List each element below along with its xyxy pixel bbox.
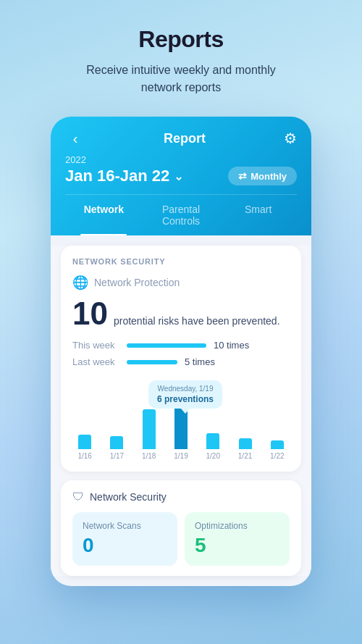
network-scans-val: 0 — [83, 534, 167, 557]
swap-icon: ⇄ — [238, 170, 247, 182]
card-header: ‹ Report ⚙ 2022 Jan 16-Jan 22 ⌄ ⇄ Monthl… — [51, 117, 311, 235]
bar-label-1/22: 1/22 — [270, 452, 284, 460]
net-sec-label: Network Security — [90, 491, 167, 503]
settings-icon[interactable]: ⚙ — [284, 130, 297, 147]
this-week-bar — [127, 343, 206, 348]
bar-1/22 — [271, 440, 284, 449]
net-sec-row: 🛡 Network Security — [72, 490, 290, 503]
tab-smart[interactable]: Smart — [219, 195, 297, 235]
bar-1/20 — [206, 433, 219, 449]
network-scans-label: Network Scans — [83, 521, 167, 531]
shield-icon: 🛡 — [72, 490, 84, 503]
tooltip-val: 6 preventions — [157, 394, 214, 404]
phone-card: ‹ Report ⚙ 2022 Jan 16-Jan 22 ⌄ ⇄ Monthl… — [51, 117, 311, 586]
bar-col-1/18: 1/18 — [137, 409, 161, 460]
chart-tooltip: Wednesday, 1/19 6 preventions — [148, 380, 222, 409]
optimizations-box: Optimizations 5 — [185, 512, 290, 566]
back-button[interactable]: ‹ — [65, 130, 85, 147]
bar-label-1/20: 1/20 — [206, 452, 220, 460]
optimizations-label: Optimizations — [195, 521, 279, 531]
network-security-card: NETWORK SECURITY 🌐 Network Protection 10… — [61, 246, 301, 472]
tooltip-date: Wednesday, 1/19 — [157, 385, 214, 393]
risk-text: protential risks have been prevented. — [114, 315, 280, 327]
tooltip-arrow-icon — [180, 408, 190, 414]
date-range-row: Jan 16-Jan 22 ⌄ ⇄ Monthly — [65, 167, 297, 185]
last-week-bar — [127, 360, 177, 364]
date-range[interactable]: Jan 16-Jan 22 ⌄ — [65, 167, 183, 185]
bar-col-1/22: 1/22 — [265, 440, 290, 460]
stats-row: Network Scans 0 Optimizations 5 — [72, 512, 290, 566]
chevron-down-icon: ⌄ — [174, 170, 183, 183]
risk-number: 10 — [72, 298, 108, 330]
date-range-text: Jan 16-Jan 22 — [65, 167, 169, 185]
network-security-bottom-card: 🛡 Network Security Network Scans 0 Optim… — [61, 480, 301, 576]
section-label: NETWORK SECURITY — [72, 257, 290, 266]
bar-col-1/21: 1/21 — [232, 438, 257, 460]
year-label: 2022 — [65, 154, 297, 165]
network-protection-label: Network Protection — [94, 277, 180, 288]
bar-label-1/17: 1/17 — [110, 452, 124, 460]
risk-stat-row: 10 protential risks have been prevented. — [72, 298, 290, 330]
page-title: Reports — [138, 26, 223, 53]
card-content: NETWORK SECURITY 🌐 Network Protection 10… — [51, 246, 311, 576]
bar-1/21 — [239, 438, 252, 449]
bar-label-1/18: 1/18 — [142, 452, 156, 460]
bar-label-1/16: 1/16 — [77, 452, 91, 460]
bar-1/17 — [110, 436, 123, 449]
header-title: Report — [164, 131, 206, 146]
bar-label-1/21: 1/21 — [238, 452, 252, 460]
bar-1/18 — [143, 409, 156, 449]
tab-network[interactable]: Network — [65, 195, 143, 235]
bar-1/16 — [78, 435, 91, 449]
optimizations-val: 5 — [195, 534, 279, 557]
network-protection-row: 🌐 Network Protection — [72, 275, 290, 290]
last-week-count: 5 times — [185, 356, 215, 367]
monthly-toggle[interactable]: ⇄ Monthly — [228, 167, 297, 185]
this-week-label: This week — [72, 340, 119, 351]
last-week-row: Last week 5 times — [72, 356, 290, 367]
bar-col-1/16: 1/16 — [72, 435, 97, 460]
chart-area: Wednesday, 1/19 6 preventions 1/161/171/… — [72, 380, 290, 460]
this-week-row: This week 10 times — [72, 340, 290, 351]
network-scans-box: Network Scans 0 — [72, 512, 177, 566]
tabs-row: Network Parental Controls Smart — [65, 194, 297, 235]
header-top-row: ‹ Report ⚙ — [65, 130, 297, 147]
monthly-label: Monthly — [251, 171, 287, 182]
bar-col-1/17: 1/17 — [104, 436, 129, 460]
date-section: 2022 Jan 16-Jan 22 ⌄ ⇄ Monthly — [65, 154, 297, 185]
page-subtitle: Receive intuitive weekly and monthlynetw… — [57, 62, 304, 96]
bar-col-1/20: 1/20 — [201, 433, 225, 460]
tab-parental-controls[interactable]: Parental Controls — [143, 195, 220, 235]
globe-icon: 🌐 — [72, 275, 88, 290]
bar-label-1/19: 1/19 — [174, 452, 188, 460]
last-week-label: Last week — [72, 356, 119, 367]
this-week-count: 10 times — [214, 340, 249, 351]
